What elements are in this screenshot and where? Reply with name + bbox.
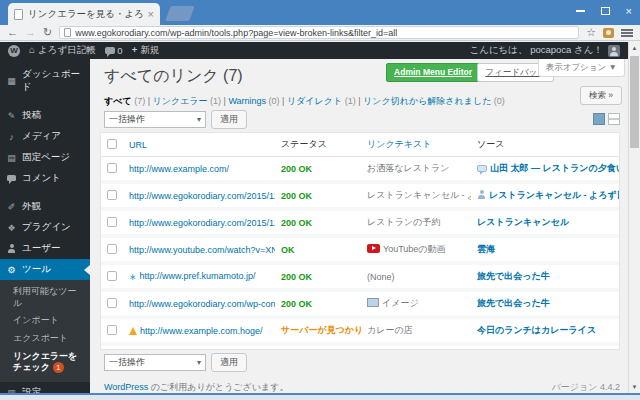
sidebar-item-plugins[interactable]: ❖プラグイン bbox=[0, 217, 90, 238]
sidebar-item-label: 外観 bbox=[22, 200, 41, 213]
reload-icon[interactable] bbox=[43, 27, 52, 38]
submenu-item[interactable]: リンクエラーをチェック1 bbox=[0, 348, 90, 377]
row-checkbox[interactable] bbox=[107, 325, 117, 335]
filter-link[interactable]: リダイレクト bbox=[287, 96, 342, 106]
submenu-item[interactable]: 利用可能なツール bbox=[0, 283, 90, 312]
filter-count: (7) bbox=[132, 96, 146, 106]
screenshot-extension-icon[interactable] bbox=[603, 28, 614, 38]
link-url[interactable]: http://www.example.com.hoge/ bbox=[140, 326, 263, 336]
submenu-item[interactable]: エクスポート bbox=[0, 330, 90, 348]
link-url[interactable]: http://www.example.com/ bbox=[129, 164, 229, 174]
wordpress-logo-icon[interactable] bbox=[8, 45, 20, 57]
new-tab-button[interactable] bbox=[165, 6, 194, 21]
sidebar-item-comments[interactable]: コメント bbox=[0, 168, 90, 189]
forward-icon[interactable] bbox=[25, 27, 36, 38]
tab-close-icon[interactable]: × bbox=[148, 9, 154, 20]
sidebar-item-dashboard[interactable]: ▦ダッシュボード bbox=[0, 64, 90, 98]
address-bar[interactable]: www.egokorodiary.com/wp-admin/tools.php?… bbox=[59, 26, 579, 39]
warning-icon bbox=[129, 327, 137, 335]
screen-options-button[interactable]: 表示オプション ▼ bbox=[538, 59, 625, 77]
back-icon[interactable] bbox=[7, 27, 18, 38]
sidebar-item-label: 固定ページ bbox=[22, 151, 70, 164]
chrome-menu-icon[interactable] bbox=[621, 29, 633, 37]
table-row: http://www.example.com.hoge/サーバーが見つかりません… bbox=[101, 317, 619, 344]
filter-link[interactable]: すべて bbox=[104, 96, 132, 106]
admin-bar-site[interactable]: よろず日記帳 bbox=[29, 44, 96, 57]
source-link[interactable]: 旅先で出会った牛 bbox=[477, 298, 550, 308]
row-checkbox[interactable] bbox=[107, 190, 117, 200]
window-maximize-button[interactable] bbox=[601, 7, 610, 15]
scroll-up-icon[interactable]: ▲ bbox=[629, 42, 640, 54]
page-scrollbar[interactable]: ▲ ▼ bbox=[628, 42, 640, 393]
submenu-item[interactable]: インポート bbox=[0, 312, 90, 330]
link-url[interactable]: http://www.pref.kumamoto.jp/ bbox=[140, 271, 256, 281]
row-checkbox[interactable] bbox=[107, 217, 117, 227]
header-url[interactable]: URL bbox=[123, 133, 275, 157]
bookmark-star-icon[interactable] bbox=[586, 27, 596, 38]
admin-bar-comments[interactable]: 0 bbox=[105, 45, 123, 56]
bulk-action-select-bottom[interactable]: 一括操作 bbox=[104, 354, 206, 371]
brush-icon: ✐ bbox=[6, 202, 17, 212]
scrollbar-thumb[interactable] bbox=[630, 56, 639, 148]
avatar[interactable] bbox=[608, 45, 620, 57]
list-view-icon[interactable] bbox=[593, 113, 605, 125]
apply-button-bottom[interactable]: 適用 bbox=[211, 353, 247, 372]
wordpress-footer-link[interactable]: WordPress bbox=[104, 382, 148, 392]
table-row: http://www.egokorodiary.com/2015/12/18/%… bbox=[101, 182, 619, 209]
sidebar-item-tools[interactable]: ⚙ツール bbox=[0, 259, 90, 280]
browser-window: リンクエラーを見る・よろず日... × × www.egokorodiary.c… bbox=[0, 0, 640, 400]
youtube-icon bbox=[367, 244, 380, 253]
link-status: 200 OK bbox=[275, 263, 361, 290]
dashboard-icon: ▦ bbox=[6, 76, 17, 86]
link-text: レストランキャンセル - よろず日記... bbox=[361, 182, 471, 209]
row-checkbox[interactable] bbox=[107, 298, 117, 308]
comment-bubble-icon bbox=[6, 175, 17, 183]
link-url[interactable]: http://www.egokorodiary.com/2015/12/07/%… bbox=[129, 218, 275, 228]
link-text: (None) bbox=[361, 263, 471, 290]
source-link[interactable]: 今日のランチはカレーライス bbox=[477, 325, 596, 335]
source-link[interactable]: 雲海 bbox=[477, 244, 495, 254]
filter-link[interactable]: リンクエラー bbox=[152, 96, 207, 106]
admin-bar-new[interactable]: 新規 bbox=[132, 44, 160, 57]
search-button[interactable]: 検索 » bbox=[580, 86, 622, 105]
source-link[interactable]: 旅先で出会った牛 bbox=[477, 271, 550, 281]
source-link[interactable]: レストランキャンセル - よろず日... bbox=[489, 190, 619, 200]
header-source: ソース bbox=[471, 133, 619, 157]
link-url[interactable]: http://www.youtube.com/watch?v=XNUEEWaaq… bbox=[129, 245, 275, 255]
sidebar-item-media[interactable]: ♪メディア bbox=[0, 126, 90, 147]
browser-tab[interactable]: リンクエラーを見る・よろず日... × bbox=[8, 3, 160, 25]
scroll-down-icon[interactable]: ▼ bbox=[629, 381, 640, 393]
source-link[interactable]: レストランキャンセル bbox=[477, 217, 569, 227]
link-url[interactable]: http://www.egokorodiary.com/2015/12/18/%… bbox=[129, 191, 275, 201]
header-link-text[interactable]: リンクテキスト bbox=[361, 133, 471, 157]
source-link[interactable]: 山田 太郎 — レストランの夕食い... bbox=[490, 163, 619, 173]
sidebar-item-appearance[interactable]: ✐外観 bbox=[0, 196, 90, 217]
sidebar-item-users[interactable]: ユーザー bbox=[0, 238, 90, 259]
image-icon bbox=[367, 298, 379, 307]
link-status: サーバーが見つかりません bbox=[275, 317, 361, 344]
user-icon bbox=[477, 190, 486, 199]
row-checkbox[interactable] bbox=[107, 244, 117, 254]
apply-button[interactable]: 適用 bbox=[211, 110, 247, 129]
bulk-action-select[interactable]: 一括操作 bbox=[104, 111, 206, 128]
link-text: YouTubeの動画 bbox=[361, 236, 471, 263]
browser-toolbar: www.egokorodiary.com/wp-admin/tools.php?… bbox=[0, 25, 640, 41]
filter-link[interactable]: Warnings bbox=[228, 96, 266, 106]
admin-bar-greeting[interactable]: こんにちは、 pocapoca さん！ bbox=[469, 44, 603, 57]
link-url[interactable]: http://www.egokorodiary.com/wp-content/u… bbox=[129, 299, 275, 309]
admin-menu-editor-button[interactable]: Admin Menu Editor bbox=[386, 63, 480, 82]
plugin-icon: ❖ bbox=[6, 223, 17, 233]
row-checkbox[interactable] bbox=[107, 271, 117, 281]
window-minimize-button[interactable] bbox=[576, 10, 585, 12]
filter-links: すべて (7) | リンクエラー (1) | Warnings (0) | リダ… bbox=[104, 95, 505, 108]
excerpt-view-icon[interactable] bbox=[608, 113, 620, 125]
sidebar-item-posts[interactable]: ✎投稿 bbox=[0, 105, 90, 126]
links-table-body: http://www.example.com/200 OKお洒落なレストラン山田… bbox=[101, 157, 619, 345]
window-close-button[interactable]: × bbox=[626, 7, 632, 15]
table-row: ∗http://www.pref.kumamoto.jp/200 OK(None… bbox=[101, 263, 619, 290]
row-checkbox[interactable] bbox=[107, 163, 117, 173]
admin-sidebar: ▦ダッシュボード✎投稿♪メディア▤固定ページコメント✐外観❖プラグインユーザー⚙… bbox=[0, 59, 90, 393]
select-all-checkbox[interactable] bbox=[107, 139, 117, 149]
filter-link[interactable]: リンク切れから解除されました bbox=[363, 96, 491, 106]
sidebar-item-pages[interactable]: ▤固定ページ bbox=[0, 147, 90, 168]
